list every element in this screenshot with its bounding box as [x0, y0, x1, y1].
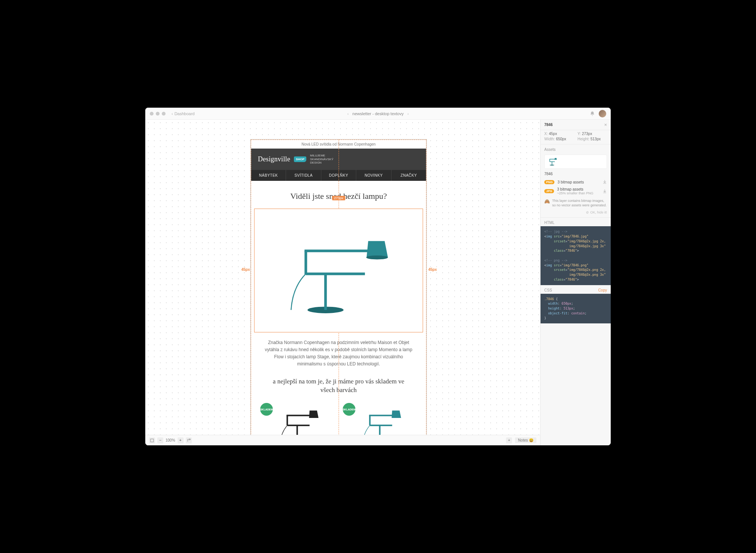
artboard[interactable]: 273px Nová LED svítidla od Normann Copen…	[250, 139, 427, 445]
measurement-y-badge: 273px	[332, 196, 345, 200]
back-nav[interactable]: ‹ Dashboard	[172, 111, 195, 116]
traffic-lights[interactable]	[150, 112, 166, 116]
info-emoji-icon: 🙈	[544, 199, 550, 207]
back-label: Dashboard	[175, 111, 195, 116]
svg-rect-3	[304, 251, 307, 274]
svg-rect-1	[324, 274, 327, 310]
titlebar: ‹ Dashboard ‹ newsletter - desktop texto…	[145, 108, 611, 120]
prev-doc-chevron[interactable]: ‹	[347, 111, 349, 116]
assets-title: Assets	[541, 144, 611, 153]
svg-rect-4	[304, 249, 370, 252]
inspector-panel: 7846 × X: 45px Y: 273px Width: 650px Hei…	[540, 120, 611, 445]
svg-rect-14	[369, 416, 371, 425]
svg-rect-19	[550, 161, 555, 162]
asset-preview[interactable]	[544, 155, 607, 169]
main-area: 45px 45px 273px Nová LED svítidla od Nor…	[145, 120, 611, 445]
notifications-icon[interactable]	[590, 111, 595, 116]
hero-image-selected[interactable]	[254, 209, 423, 332]
svg-rect-9	[287, 416, 288, 425]
jpg-badge: JPG	[544, 189, 554, 193]
bottom-toolbar: − 100% + + Notes 😄	[145, 435, 540, 445]
brand-shop-badge: SHOP	[294, 156, 306, 162]
asset-name: 7846	[541, 170, 611, 178]
svg-rect-18	[552, 162, 553, 165]
svg-rect-16	[151, 439, 154, 442]
notes-button[interactable]: Notes 😄	[515, 437, 536, 443]
asset-png-row[interactable]: PNG 3 bitmap assets	[541, 178, 611, 186]
svg-rect-2	[306, 272, 365, 275]
canvas[interactable]: 45px 45px 273px Nová LED svítidla od Nor…	[145, 120, 540, 445]
nav-item[interactable]: ZNAČKY	[391, 170, 426, 181]
png-badge: PNG	[544, 180, 554, 184]
fit-screen-button[interactable]	[149, 437, 155, 443]
layer-name: 7846	[544, 123, 553, 127]
lamp-preview-icon	[547, 157, 558, 167]
svg-rect-21	[550, 159, 555, 160]
bitmap-info: 🙈 This layer contains bitmap images, so …	[541, 197, 611, 210]
layer-metrics: X: 45px Y: 273px Width: 650px Height: 51…	[541, 130, 611, 144]
nav-item[interactable]: NÁBYTEK	[251, 170, 286, 181]
chevron-left-icon: ‹	[172, 111, 173, 116]
nav-item[interactable]: SVÍTIDLA	[286, 170, 321, 181]
distance-left: 45px	[241, 267, 250, 272]
document-title: ‹ newsletter - desktop textovy ›	[347, 111, 409, 116]
doc-name: newsletter - desktop textovy	[352, 111, 404, 116]
css-section-label: CSS Copy	[541, 285, 611, 294]
zoom-in-button[interactable]: +	[178, 437, 184, 443]
svg-point-5	[366, 255, 388, 259]
nav-item[interactable]: NOVINKY	[356, 170, 391, 181]
svg-rect-13	[370, 425, 392, 426]
inspector-header: 7846 ×	[541, 120, 611, 130]
popout-button[interactable]	[186, 437, 192, 443]
svg-rect-10	[287, 415, 312, 416]
close-inspector-icon[interactable]: ×	[604, 122, 607, 128]
html-section-label: HTML	[541, 218, 611, 226]
html-code-block[interactable]: <!-- jpg --> <img src="img/7846.jpg" src…	[541, 226, 611, 285]
copy-css-button[interactable]: Copy	[598, 288, 607, 292]
hide-info-button[interactable]: ⊘OK, hide it!	[541, 210, 611, 218]
svg-rect-15	[369, 415, 394, 416]
download-icon[interactable]	[602, 189, 607, 194]
svg-rect-8	[288, 425, 310, 426]
brand-tagline: MILUJEME SKANDINÁVSKÝ DESIGN	[310, 154, 333, 165]
app-window: ‹ Dashboard ‹ newsletter - desktop texto…	[145, 108, 611, 445]
brand-logo: Designville	[258, 155, 290, 163]
user-avatar[interactable]	[599, 110, 606, 117]
download-icon[interactable]	[602, 180, 607, 184]
css-code-block[interactable]: .7846 { width: 650px; height: 513px; obj…	[541, 294, 611, 324]
next-doc-chevron[interactable]: ›	[407, 111, 409, 116]
distance-right: 45px	[428, 267, 437, 272]
zoom-level: 100%	[166, 438, 175, 442]
zoom-out-button[interactable]: −	[157, 437, 163, 443]
svg-rect-20	[550, 159, 550, 162]
lamp-illustration	[271, 221, 406, 320]
stock-badge: SKLADEM	[260, 403, 273, 416]
add-note-button[interactable]: +	[506, 437, 512, 443]
asset-jpg-row[interactable]: JPG 3 bitmap assets ~25% smaller than PN…	[541, 186, 611, 197]
stock-badge: SKLADEM	[343, 403, 355, 416]
zoom-controls: − 100% +	[157, 437, 184, 443]
